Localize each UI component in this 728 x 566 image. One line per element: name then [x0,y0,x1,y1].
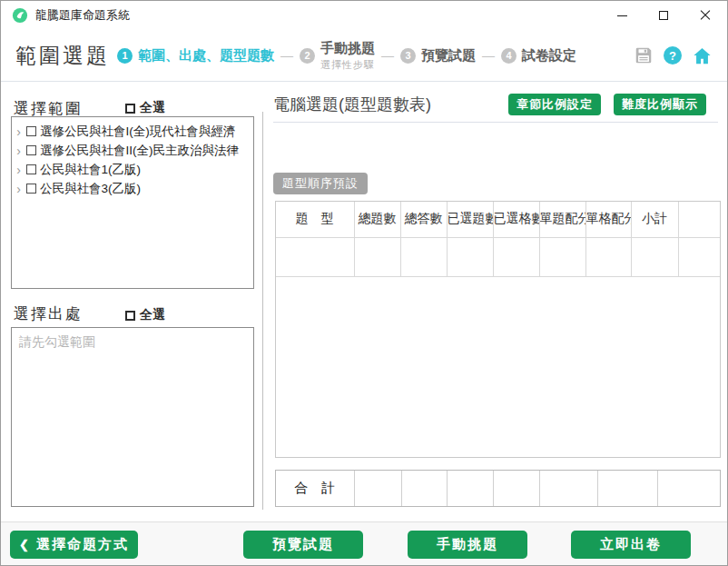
tree-item-checkbox[interactable] [26,145,36,155]
header-icons: ? [634,30,713,81]
source-placeholder: 請先勾選範圍 [12,328,253,357]
header: 範圍選題 1 範圍、出處、題型題數 — 2 手動挑題 選擇性步驟 — 3 預覽試… [1,30,727,82]
column-header-total-answers: 總答數 [400,202,447,237]
column-header-subtotal: 小計 [631,202,678,237]
table-cell [539,237,585,276]
table-cell [276,237,354,276]
total-cell [493,471,539,506]
column-header-selected-questions: 已選題數 [447,202,493,237]
source-select-all[interactable]: 全選 [125,307,165,323]
help-button[interactable]: ? [664,46,682,65]
page-title: 範圍選題 [15,42,110,70]
total-label: 合 計 [276,471,354,506]
column-header-points-per-question: 單題配分 [539,202,585,237]
chapter-ratio-button[interactable]: 章節比例設定 [508,94,601,115]
table-cell [354,237,400,276]
panel-divider [262,112,263,510]
tree-item[interactable]: › 公民與社會1(乙版) [15,160,251,179]
column-header-selected-blanks: 已選格數 [493,202,539,237]
tree-item-checkbox[interactable] [26,184,36,194]
back-button-label: 選擇命題方式 [36,536,129,553]
back-to-method-button[interactable]: ❮ 選擇命題方式 [10,531,138,559]
ratio-buttons: 章節比例設定 難度比例顯示 [508,94,706,115]
table-row [276,237,720,276]
step-4-number: 4 [501,48,516,64]
app-logo-icon [12,7,28,24]
source-select-all-label: 全選 [140,307,165,323]
right-panel-divider [273,122,718,123]
save-icon [634,45,654,65]
close-button[interactable] [684,1,726,30]
table-cell [447,237,493,276]
step-2-sublabel: 選擇性步驟 [320,58,375,72]
tree-item-label: 選修公民與社會I(全)現代社會與經濟 [40,124,235,140]
column-header-points-per-blank: 單格配分 [585,202,631,237]
tree-item[interactable]: › 公民與社會3(乙版) [15,179,251,198]
question-type-table: 題 型 總題數 總答數 已選題數 已選格數 單題配分 單格配分 小計 [275,201,721,458]
column-header-total-questions: 總題數 [354,202,400,237]
maximize-button[interactable] [643,1,684,30]
tree-item-label: 公民與社會1(乙版) [40,162,141,178]
source-list[interactable]: 請先勾選範圍 [11,327,254,507]
total-row-table: 合 計 [275,470,721,507]
chevron-left-icon: ❮ [19,538,31,551]
total-row: 合 計 [276,471,720,506]
source-select-all-checkbox[interactable] [125,311,135,321]
total-cell [447,471,493,506]
step-2-manual-pick[interactable]: 2 手動挑題 選擇性步驟 [300,40,375,72]
step-separator: — [280,48,293,63]
window-controls [601,1,726,30]
step-3-preview[interactable]: 3 預覽試題 [400,47,476,65]
home-icon [692,45,713,66]
step-2-label-text: 手動挑題 [320,40,375,57]
minimize-button[interactable] [601,1,643,30]
column-header-empty [678,202,720,237]
step-2-label: 手動挑題 選擇性步驟 [320,40,375,72]
step-1-label: 範圍、出處、題型題數 [138,47,274,65]
title-bar: 龍騰題庫命題系統 [1,1,727,30]
step-3-label: 預覽試題 [421,47,476,65]
tree-item[interactable]: › 選修公民與社會I(全)現代社會與經濟 [15,122,251,141]
step-2-number: 2 [300,48,315,64]
total-cell [657,471,720,506]
step-1-number: 1 [117,48,133,64]
tree-item-checkbox[interactable] [26,164,36,174]
question-mark-icon: ? [669,49,676,63]
app-window: 龍騰題庫命題系統 範圍選題 1 範圍、出處、題型題數 — 2 手動挑題 選擇性步… [0,0,728,566]
range-tree: › 選修公民與社會I(全)現代社會與經濟 › 選修公民與社會II(全)民主政治與… [11,116,254,289]
footer-bar: ❮ 選擇命題方式 預覽試題 手動挑題 立即出卷 [1,521,727,565]
computer-selection-title: 電腦選題(題型題數表) [273,94,431,115]
total-cell [597,471,657,506]
expand-chevron-icon[interactable]: › [15,164,23,176]
range-select-all[interactable]: 全選 [125,100,165,116]
range-select-all-checkbox[interactable] [125,104,135,114]
tree-item-checkbox[interactable] [26,126,36,136]
manual-pick-button[interactable]: 手動挑題 [408,531,527,559]
total-cell [354,471,401,506]
tree-item[interactable]: › 選修公民與社會II(全)民主政治與法律 [15,141,251,160]
expand-chevron-icon[interactable]: › [15,144,23,157]
difficulty-ratio-button[interactable]: 難度比例顯示 [614,94,706,115]
wizard-steps: 1 範圍、出處、題型題數 — 2 手動挑題 選擇性步驟 — 3 預覽試題 — 4… [117,30,576,81]
table-cell [678,237,720,276]
question-type-order-preset-button[interactable]: 題型順序預設 [273,173,368,194]
total-cell [401,471,447,506]
table-cell [493,237,539,276]
preview-questions-button[interactable]: 預覽試題 [243,531,363,559]
generate-paper-button[interactable]: 立即出卷 [571,531,691,559]
table-cell [400,237,447,276]
step-separator: — [482,48,495,63]
expand-chevron-icon[interactable]: › [15,125,23,138]
table-header-row: 題 型 總題數 總答數 已選題數 已選格數 單題配分 單格配分 小計 [276,202,720,237]
expand-chevron-icon[interactable]: › [15,183,23,195]
step-1-range[interactable]: 1 範圍、出處、題型題數 [117,47,274,65]
maximize-icon [659,11,668,20]
step-4-paper-settings[interactable]: 4 試卷設定 [501,47,576,65]
range-select-all-label: 全選 [140,100,165,116]
save-button[interactable] [634,45,654,65]
home-button[interactable] [692,45,713,66]
table-cell [631,237,678,276]
tree-item-label: 公民與社會3(乙版) [40,181,141,197]
step-separator: — [381,48,394,63]
step-4-label: 試卷設定 [522,47,576,65]
